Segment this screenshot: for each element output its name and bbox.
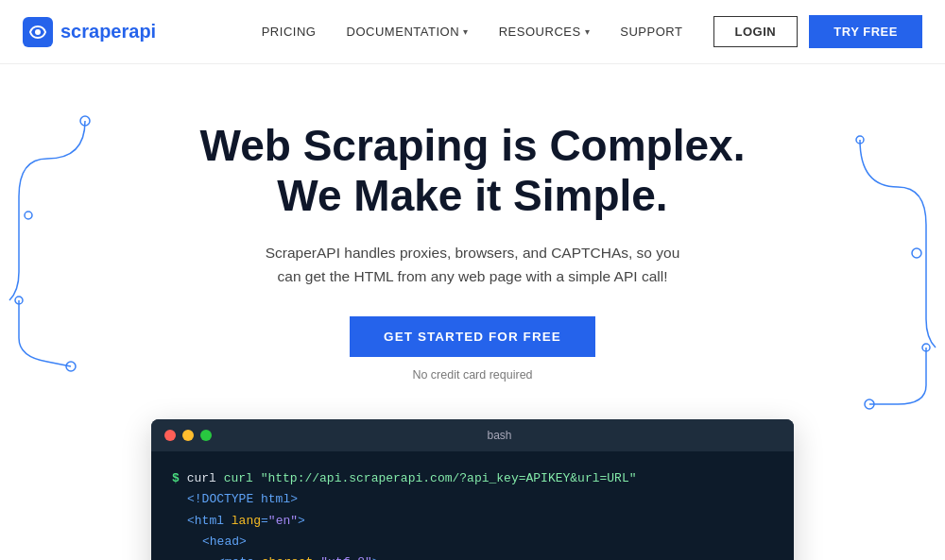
terminal-close-dot [164, 430, 176, 441]
hero-section: Web Scraping is Complex. We Make it Simp… [0, 64, 945, 410]
no-credit-card-text: No credit card required [412, 368, 532, 382]
terminal-line-command: $ curl curl "http://api.scraperapi.com/?… [172, 468, 773, 489]
logo-label: scraperapi [60, 21, 156, 42]
nav-item-resources[interactable]: RESOURCES ▾ [499, 25, 591, 39]
terminal: bash $ curl curl "http://api.scraperapi.… [151, 419, 794, 560]
terminal-line-4: <meta charset="utf-8"> [172, 552, 773, 560]
svg-point-1 [35, 29, 41, 35]
terminal-titlebar: bash [151, 419, 794, 451]
chevron-down-icon: ▾ [585, 26, 591, 37]
get-started-button[interactable]: GET STARTED FOR FREE [350, 316, 595, 357]
navbar: scraperapi PRICING DOCUMENTATION ▾ RESOU… [0, 0, 945, 64]
try-free-button[interactable]: TRY FREE [809, 15, 922, 48]
terminal-wrapper: bash $ curl curl "http://api.scraperapi.… [0, 419, 945, 560]
terminal-maximize-dot [200, 430, 212, 441]
terminal-body: $ curl curl "http://api.scraperapi.com/?… [151, 451, 794, 560]
terminal-line-3: <head> [172, 532, 773, 552]
terminal-line-2: <html lang="en"> [172, 511, 773, 532]
hero-headline: Web Scraping is Complex. We Make it Simp… [200, 121, 746, 221]
terminal-line-1: <!DOCTYPE html> [172, 489, 773, 510]
nav-item-support[interactable]: SUPPORT [620, 25, 682, 39]
login-button[interactable]: LOGIN [713, 16, 799, 47]
terminal-minimize-dot [182, 430, 194, 441]
terminal-title: bash [218, 429, 781, 442]
nav-links: PRICING DOCUMENTATION ▾ RESOURCES ▾ SUPP… [262, 25, 683, 39]
hero-subtext: ScraperAPI handles proxies, browsers, an… [255, 242, 690, 289]
nav-item-pricing[interactable]: PRICING [262, 25, 317, 39]
chevron-down-icon: ▾ [463, 26, 469, 37]
nav-buttons: LOGIN TRY FREE [713, 15, 923, 48]
logo[interactable]: scraperapi [23, 17, 156, 47]
nav-item-documentation[interactable]: DOCUMENTATION ▾ [346, 25, 468, 39]
logo-icon [23, 17, 53, 47]
